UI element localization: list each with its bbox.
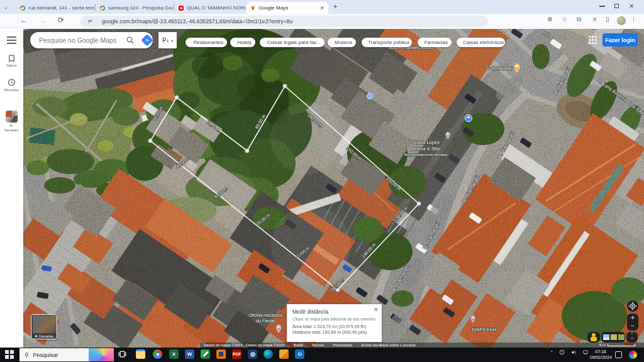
svg-text:DINPS Eireli: DINPS Eireli <box>472 327 497 332</box>
svg-text:Oficina mecânica: Oficina mecânica <box>248 313 282 317</box>
svg-text:Temporariamente fechado: Temporariamente fechado <box>404 153 448 156</box>
svg-text:Beleza & Stilo: Beleza & Stilo <box>411 146 441 151</box>
svg-text:do Pardal: do Pardal <box>256 319 275 323</box>
svg-text:Studio Lopes: Studio Lopes <box>412 140 440 145</box>
svg-text:Colonial Bar: Colonial Bar <box>487 65 513 71</box>
